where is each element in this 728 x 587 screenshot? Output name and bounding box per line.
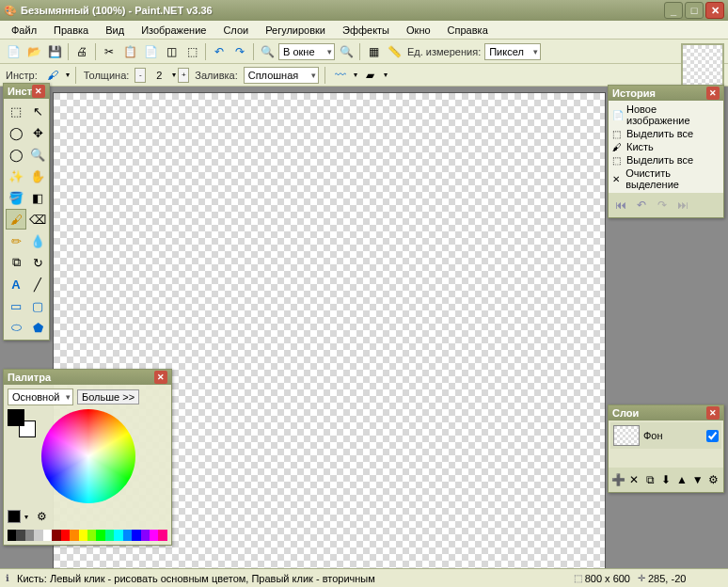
move-selection-tool[interactable]: ↖ [27, 101, 48, 121]
color-cell[interactable] [141, 530, 150, 541]
ellipse-select-tool[interactable]: ◯ [6, 144, 26, 165]
color-cell[interactable] [16, 530, 24, 541]
palette-mode-combo[interactable]: Основной [8, 389, 73, 405]
palette-more-button[interactable]: Больше >> [77, 389, 139, 405]
color-cell[interactable] [150, 530, 158, 541]
layer-down-icon[interactable]: ▼ [690, 470, 704, 489]
palette-options-icon[interactable]: ⚙ [32, 507, 51, 526]
width-inc[interactable]: + [178, 68, 189, 83]
color-cell[interactable] [8, 530, 16, 541]
color-cell[interactable] [87, 530, 96, 541]
save-icon[interactable]: 💾 [45, 42, 64, 61]
eraser-tool[interactable]: ⌫ [27, 209, 48, 230]
brush-tool-icon[interactable]: 🖌 [43, 66, 62, 85]
rect-select-tool[interactable]: ⬚ [6, 101, 26, 121]
pencil-tool[interactable]: ✏ [6, 230, 26, 251]
layer-props-icon[interactable]: ⚙ [706, 470, 720, 489]
redo-icon[interactable]: ↷ [230, 42, 249, 61]
history-close-icon[interactable]: ✕ [706, 87, 720, 100]
fg-color-swatch[interactable] [8, 409, 24, 426]
ellipse-tool[interactable]: ⬭ [6, 317, 26, 338]
lasso-tool[interactable]: ◯ [6, 122, 26, 143]
print-icon[interactable]: 🖨 [72, 42, 91, 61]
antialias-icon[interactable]: 〰 [331, 66, 350, 85]
close-button[interactable]: ✕ [705, 2, 724, 19]
history-item[interactable]: ⬚Выделить все [610, 153, 721, 167]
zoom-in-icon[interactable]: 🔍 [337, 42, 356, 61]
history-item[interactable]: ⬚Выделить все [610, 127, 721, 140]
history-redo-icon[interactable]: ↷ [653, 196, 672, 214]
color-cell[interactable] [43, 530, 52, 541]
blend-icon[interactable]: ▰ [361, 66, 380, 85]
layer-merge-icon[interactable]: ⬇ [659, 470, 673, 489]
new-icon[interactable]: 📄 [4, 42, 23, 61]
palette-close-icon[interactable]: ✕ [154, 371, 167, 384]
layer-duplicate-icon[interactable]: ⧉ [643, 470, 657, 489]
width-spinner[interactable]: - 2 ▾ + [135, 68, 189, 83]
color-cell[interactable] [132, 530, 140, 541]
undo-icon[interactable]: ↶ [210, 42, 229, 61]
history-item[interactable]: 🖌Кисть [610, 140, 721, 153]
layer-add-icon[interactable]: ➕ [611, 470, 625, 489]
grid-icon[interactable]: ▦ [364, 42, 383, 61]
menu-edit[interactable]: Правка [46, 23, 96, 38]
tools-close-icon[interactable]: ✕ [32, 85, 45, 98]
menu-adjustments[interactable]: Регулировки [258, 23, 333, 38]
layers-close-icon[interactable]: ✕ [706, 406, 720, 420]
color-cell[interactable] [25, 530, 34, 541]
crop-icon[interactable]: ◫ [162, 42, 181, 61]
zoom-tool[interactable]: 🔍 [27, 144, 48, 165]
history-list[interactable]: 📄Новое изображение ⬚Выделить все 🖌Кисть … [609, 101, 723, 193]
minimize-button[interactable]: _ [664, 2, 683, 19]
maximize-button[interactable]: □ [685, 2, 704, 19]
text-tool[interactable]: A [6, 274, 26, 294]
menu-file[interactable]: Файл [4, 23, 44, 38]
color-cell[interactable] [34, 530, 42, 541]
copy-icon[interactable]: 📋 [120, 42, 139, 61]
menu-view[interactable]: Вид [98, 23, 132, 38]
history-forward-icon[interactable]: ⏭ [673, 196, 692, 214]
color-cell[interactable] [52, 530, 60, 541]
color-cell[interactable] [105, 530, 114, 541]
color-cell[interactable] [61, 530, 70, 541]
line-tool[interactable]: ╱ [27, 274, 48, 294]
history-item[interactable]: ✕Очистить выделение [610, 167, 721, 191]
color-strip[interactable] [8, 530, 167, 541]
color-cell[interactable] [114, 530, 122, 541]
recolor-tool[interactable]: ↻ [27, 252, 48, 273]
color-cell[interactable] [158, 530, 166, 541]
zoom-combo[interactable]: В окне [278, 43, 335, 60]
layer-visible-checkbox[interactable] [706, 430, 719, 442]
fill-combo[interactable]: Сплошная [244, 67, 319, 84]
gradient-tool[interactable]: ◧ [27, 187, 48, 208]
layer-up-icon[interactable]: ▲ [674, 470, 688, 489]
cut-icon[interactable]: ✂ [100, 42, 119, 61]
color-swatches[interactable] [8, 409, 36, 437]
move-tool[interactable]: ✥ [27, 122, 48, 143]
freeform-tool[interactable]: ⬟ [27, 317, 48, 338]
menu-image[interactable]: Изображение [134, 23, 214, 38]
menu-layers[interactable]: Слои [215, 23, 256, 38]
color-cell[interactable] [79, 530, 87, 541]
history-item[interactable]: 📄Новое изображение [610, 103, 721, 127]
color-cell[interactable] [96, 530, 104, 541]
color-wheel[interactable] [41, 409, 135, 503]
menu-window[interactable]: Окно [399, 23, 438, 38]
history-undo-icon[interactable]: ↶ [632, 196, 651, 214]
layer-item[interactable]: Фон [610, 422, 721, 449]
color-cell[interactable] [70, 530, 78, 541]
color-cell[interactable] [123, 530, 132, 541]
menu-effects[interactable]: Эффекты [335, 23, 397, 38]
pan-tool[interactable]: ✋ [27, 166, 48, 186]
brush-tool[interactable]: 🖌 [6, 209, 26, 230]
deselect-icon[interactable]: ⬚ [182, 42, 201, 61]
paste-icon[interactable]: 📄 [141, 42, 160, 61]
units-combo[interactable]: Пиксел [484, 43, 541, 60]
menu-help[interactable]: Справка [440, 23, 496, 38]
open-icon[interactable]: 📂 [24, 42, 43, 61]
ruler-icon[interactable]: 📏 [385, 42, 404, 61]
rect-tool[interactable]: ▭ [6, 295, 26, 316]
picker-tool[interactable]: 💧 [27, 230, 48, 251]
history-rewind-icon[interactable]: ⏮ [611, 196, 630, 214]
width-dec[interactable]: - [135, 68, 146, 83]
